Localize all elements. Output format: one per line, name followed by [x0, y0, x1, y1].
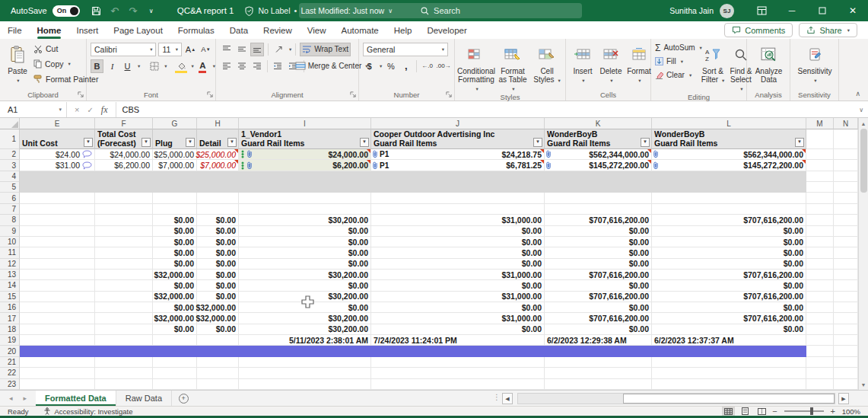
cell-L23[interactable]: [652, 379, 806, 390]
cell-G15[interactable]: $32,000.00: [153, 292, 197, 302]
search-box[interactable]: Search: [299, 3, 582, 18]
cell-E22[interactable]: [20, 368, 95, 378]
decrease-decimal-button[interactable]: .00→: [436, 59, 451, 73]
cell-H17[interactable]: $32,000.00: [197, 313, 239, 324]
tab-view[interactable]: View: [300, 21, 334, 39]
cell-G8[interactable]: $0.00: [153, 215, 197, 225]
cell-M7[interactable]: [806, 204, 834, 215]
cell-I14[interactable]: $0.00: [239, 280, 371, 291]
cell-F9[interactable]: [95, 226, 153, 237]
undo-icon[interactable]: ↶: [106, 2, 124, 20]
cell-K7[interactable]: [545, 204, 652, 215]
cell-H2[interactable]: $25,000.00: [197, 149, 239, 160]
cell-M21[interactable]: [806, 357, 834, 368]
cell-L19[interactable]: 6/2/2023 12:37:37 AM: [652, 335, 806, 346]
bold-button[interactable]: B: [91, 59, 103, 73]
cell-F12[interactable]: [95, 259, 153, 270]
cell-G1[interactable]: Plug▼: [153, 129, 197, 149]
cell-J13[interactable]: $31,000.00: [371, 270, 545, 280]
row-header-23[interactable]: 23: [0, 379, 20, 390]
italic-button[interactable]: I: [106, 59, 119, 73]
cell-I19[interactable]: 5/11/2023 2:38:01 AM: [239, 335, 371, 346]
cell-L21[interactable]: [652, 357, 806, 368]
increase-font-button[interactable]: A▲: [184, 43, 197, 56]
cell-N11[interactable]: [834, 247, 858, 258]
cell-G3[interactable]: $7,000.00: [153, 160, 197, 171]
alignment-dialog-launcher[interactable]: [350, 91, 356, 97]
cell-K9[interactable]: $0.00: [545, 226, 652, 237]
column-header-J[interactable]: J: [371, 118, 545, 129]
cell-J19[interactable]: 7/24/2023 11:24:01 PM: [371, 335, 545, 346]
number-dialog-launcher[interactable]: [446, 91, 452, 97]
cell-F18[interactable]: [95, 324, 153, 335]
cell-L2[interactable]: $562,344,000.00: [652, 149, 806, 160]
cell-L11[interactable]: $0.00: [652, 247, 806, 258]
cell-J2[interactable]: $24,218.75: [371, 149, 545, 160]
cell-F3[interactable]: $6,200.00: [95, 160, 153, 171]
row-header-5[interactable]: 5: [0, 182, 20, 193]
autosave-toggle[interactable]: On: [52, 5, 80, 17]
comments-button[interactable]: Comments: [724, 23, 793, 37]
cell-H14[interactable]: $0.00: [197, 280, 239, 291]
cell-E16[interactable]: [20, 302, 95, 313]
comment-bubble[interactable]: [82, 150, 92, 158]
cell-L15[interactable]: $707,616,200.00: [652, 292, 806, 302]
row-header-12[interactable]: 12: [0, 259, 20, 270]
cell-M15[interactable]: [806, 292, 834, 302]
cell-K12[interactable]: $0.00: [545, 259, 652, 270]
cell-L12[interactable]: $0.00: [652, 259, 806, 270]
cell-J6[interactable]: [371, 193, 545, 203]
align-right-button[interactable]: [250, 59, 263, 73]
cell-K22[interactable]: [545, 368, 652, 378]
hscroll-right-icon[interactable]: ▶: [838, 393, 849, 404]
cell-E3[interactable]: $31.00: [20, 160, 95, 171]
cell-H13[interactable]: $0.00: [197, 270, 239, 280]
avatar[interactable]: SJ: [720, 4, 734, 18]
column-header-L[interactable]: L: [652, 118, 806, 129]
minimize-button[interactable]: ─: [777, 0, 807, 21]
filter-button-J[interactable]: ▼: [533, 138, 542, 147]
cell-F10[interactable]: [95, 237, 153, 247]
cell-H15[interactable]: $0.00: [197, 292, 239, 302]
cell-N5[interactable]: [834, 182, 858, 193]
cell-H19[interactable]: [197, 335, 239, 346]
cell-H16[interactable]: $32,000.00: [197, 302, 239, 313]
cell-N1[interactable]: [834, 129, 858, 149]
cell-G6[interactable]: [153, 193, 197, 203]
column-header-K[interactable]: K: [545, 118, 652, 129]
cell-L1[interactable]: WonderBoyBGuard Rail Items▼: [652, 129, 806, 149]
share-button[interactable]: Share ▾: [799, 23, 857, 37]
row-header-17[interactable]: 17: [0, 313, 20, 324]
cell-I23[interactable]: [239, 379, 371, 390]
sensitivity-label[interactable]: No Label: [259, 6, 291, 15]
row-header-10[interactable]: 10: [0, 237, 20, 247]
cell-F13[interactable]: [95, 270, 153, 280]
filter-button-H[interactable]: ▼: [227, 138, 237, 147]
cell-J22[interactable]: [371, 368, 545, 378]
band-row-4[interactable]: [20, 171, 806, 182]
cell-M5[interactable]: [806, 182, 834, 193]
cell-F8[interactable]: [95, 215, 153, 225]
cell-I18[interactable]: $30,200.00: [239, 324, 371, 335]
cell-H18[interactable]: $0.00: [197, 324, 239, 335]
comment-indicator-icon[interactable]: [82, 161, 92, 170]
cell-E19[interactable]: [20, 335, 95, 346]
font-size-select[interactable]: 11▾: [158, 43, 182, 56]
filter-button-F[interactable]: ▼: [141, 138, 151, 147]
cell-F21[interactable]: [95, 357, 153, 368]
row-header-15[interactable]: 15: [0, 292, 20, 302]
column-header-H[interactable]: H: [197, 118, 239, 129]
cell-I16[interactable]: $0.00: [239, 302, 371, 313]
filter-button-E[interactable]: ▼: [84, 138, 93, 147]
formula-content[interactable]: CBS: [116, 105, 140, 114]
cell-M3[interactable]: [806, 160, 834, 171]
add-sheet-button[interactable]: +: [172, 391, 195, 406]
cell-M22[interactable]: [806, 368, 834, 378]
cell-E14[interactable]: [20, 280, 95, 291]
cell-N13[interactable]: [834, 270, 858, 280]
row-header-22[interactable]: 22: [0, 368, 20, 378]
cell-M2[interactable]: [806, 149, 834, 160]
cell-L6[interactable]: [652, 193, 806, 203]
cell-E9[interactable]: [20, 226, 95, 237]
sheet-nav-next-icon[interactable]: ▸: [24, 394, 27, 402]
